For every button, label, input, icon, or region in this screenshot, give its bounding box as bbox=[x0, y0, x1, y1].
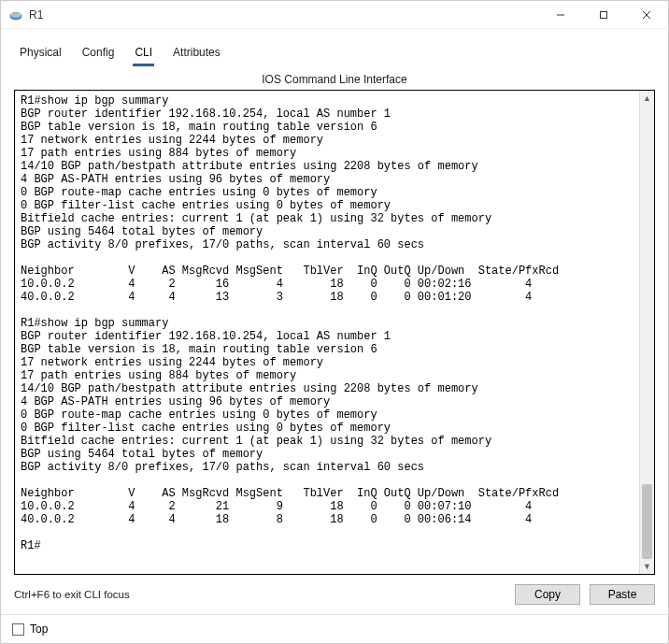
cli-buttons: Copy Paste bbox=[515, 584, 655, 605]
cli-hint: Ctrl+F6 to exit CLI focus bbox=[14, 589, 130, 600]
scroll-thumb[interactable] bbox=[642, 484, 652, 559]
maximize-button[interactable] bbox=[582, 1, 625, 28]
scroll-up-button[interactable]: ▲ bbox=[640, 91, 654, 106]
tab-attributes[interactable]: Attributes bbox=[171, 42, 222, 66]
cli-terminal[interactable]: R1#show ip bgp summary BGP router identi… bbox=[14, 90, 655, 575]
titlebar[interactable]: R1 bbox=[1, 1, 668, 29]
minimize-button[interactable] bbox=[539, 1, 582, 28]
tab-cli[interactable]: CLI bbox=[133, 42, 154, 66]
terminal-container: R1#show ip bgp summary BGP router identi… bbox=[14, 90, 655, 575]
content-area: Physical Config CLI Attributes IOS Comma… bbox=[1, 29, 668, 614]
cli-footer-row: Ctrl+F6 to exit CLI focus Copy Paste bbox=[14, 584, 655, 605]
tab-bar: Physical Config CLI Attributes bbox=[14, 36, 655, 67]
svg-rect-3 bbox=[601, 11, 607, 18]
cli-heading: IOS Command Line Interface bbox=[14, 73, 655, 86]
window-title: R1 bbox=[29, 8, 539, 21]
terminal-scrollbar[interactable]: ▲ ▼ bbox=[639, 91, 654, 574]
scroll-down-button[interactable]: ▼ bbox=[640, 559, 654, 574]
app-window: R1 Physical Config CLI Attributes IOS Co… bbox=[0, 0, 669, 644]
paste-button[interactable]: Paste bbox=[590, 584, 655, 605]
window-buttons bbox=[539, 1, 668, 28]
window-footer: Top bbox=[1, 614, 668, 643]
close-button[interactable] bbox=[625, 1, 668, 28]
tab-physical[interactable]: Physical bbox=[18, 42, 64, 66]
scroll-track[interactable] bbox=[640, 106, 654, 559]
tab-config[interactable]: Config bbox=[80, 42, 117, 66]
top-label: Top bbox=[30, 623, 48, 636]
top-checkbox[interactable] bbox=[12, 623, 24, 636]
copy-button[interactable]: Copy bbox=[515, 584, 580, 605]
router-icon bbox=[8, 7, 23, 22]
